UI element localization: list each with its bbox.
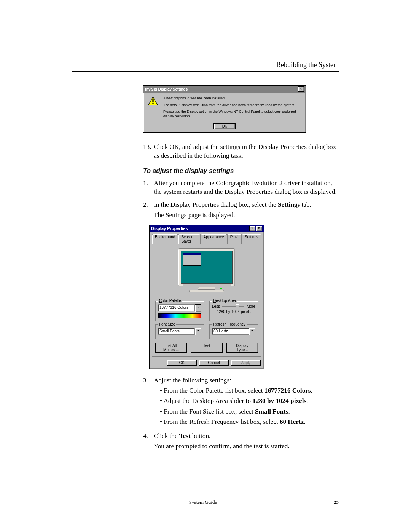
dialog-message: A new graphics driver has been installed… [163,96,301,121]
step-13-text: Click OK, and adjust the settings in the… [154,142,341,160]
close-icon[interactable]: ✕ [256,226,262,231]
dialog-line-2: The default display resolution from the … [163,103,301,108]
dialog-titlebar: Invalid Display Settings ✕ [143,86,306,93]
display-properties-dialog: Display Properties ? ✕ Background Screen… [149,225,264,369]
section-subhead: To adjust the display settings [143,167,341,176]
dialog-line-1: A new graphics driver has been installed… [163,96,301,101]
step-2-line-1: In the Display Properties dialog box, se… [154,200,341,209]
bullet-color-palette: From the Color Palette list box, select … [160,386,341,395]
tab-appearance[interactable]: Appearance [201,234,227,244]
step-4-line-2: You are prompted to confirm, and the tes… [154,442,341,451]
step-4-line-1: Click the Test button. [154,431,341,440]
svg-rect-1 [152,99,153,102]
cancel-button[interactable]: Cancel [199,360,229,366]
close-icon[interactable]: ✕ [298,86,304,92]
test-button[interactable]: Test [191,343,222,353]
step-2-line-2: The Settings page is displayed. [154,211,341,219]
bullet-refresh-frequency: From the Refresh Frequency list box, sel… [160,417,341,426]
ok-button[interactable]: OK [167,360,197,366]
refresh-frequency-group: Refresh Frequency 60 Hertz ▼ [209,324,258,339]
color-palette-label: Color Palette [158,299,182,303]
help-icon[interactable]: ? [249,226,255,231]
list-all-modes-button[interactable]: List All Modes ... [155,343,187,353]
chevron-down-icon[interactable]: ▼ [195,304,201,312]
monitor-preview [175,248,238,294]
desktop-area-label: Desktop Area [212,299,237,303]
color-palette-group: Color Palette 16777216 Colors ▼ [155,301,204,321]
tab-strip: Background Screen Saver Appearance Plus!… [152,233,261,244]
refresh-frequency-label: Refresh Frequency [212,322,247,326]
apply-button[interactable]: Apply [231,360,261,366]
slider-thumb[interactable] [236,304,239,310]
warning-icon [148,96,158,105]
header-rule [72,71,339,72]
font-size-select[interactable]: Small Fonts [158,328,195,335]
svg-rect-2 [152,103,153,104]
desktop-area-group: Desktop Area Less More 1280 by 1024 pixe… [209,301,258,321]
ok-button[interactable]: OK [214,123,235,129]
dialog-line-3: Please use the Display option in the Win… [163,110,301,118]
color-palette-select[interactable]: 16777216 Colors [158,304,195,311]
resolution-readout: 1280 by 1024 pixels [212,310,255,314]
step-number-13: 13. [143,142,154,160]
tab-plus[interactable]: Plus! [227,234,242,244]
refresh-frequency-select[interactable]: 60 Hertz [212,328,249,335]
settings-panel: Color Palette 16777216 Colors ▼ Desktop … [152,244,261,357]
chapter-header: Rebuilding the System [72,61,339,69]
slider-less-label: Less [212,304,220,308]
dialog-title: Display Properties [151,226,188,231]
tab-screen-saver[interactable]: Screen Saver [178,234,200,244]
invalid-display-settings-dialog: Invalid Display Settings ✕ A new graphic… [143,85,306,133]
footer-title: System Guide [72,499,334,505]
power-led-icon [220,288,222,289]
step-number-1: 1. [143,179,154,196]
step-number-3: 3. [143,376,154,428]
slider-more-label: More [247,304,255,308]
bullet-font-size: From the Font Size list box, select Smal… [160,407,341,416]
step-number-2: 2. [143,200,154,221]
bullet-desktop-area: Adjust the Desktop Area slider to 1280 b… [160,396,341,405]
page-number: 25 [334,499,339,505]
chevron-down-icon[interactable]: ▼ [195,328,201,335]
font-size-label: Font Size [158,322,176,326]
tab-settings[interactable]: Settings [242,234,261,244]
chevron-down-icon[interactable]: ▼ [249,328,255,335]
dialog-titlebar: Display Properties ? ✕ [150,225,264,232]
tab-background[interactable]: Background [152,234,178,244]
color-spectrum-preview [158,313,201,318]
dialog-title: Invalid Display Settings [145,87,188,91]
font-size-group: Font Size Small Fonts ▼ [155,324,204,339]
display-type-button[interactable]: Display Type... [226,343,258,353]
step-1-text: After you complete the Colorgraphic Evol… [154,179,341,196]
step-3-text: Adjust the following settings: [154,376,341,385]
step-number-4: 4. [143,431,154,452]
desktop-area-slider[interactable] [222,306,244,307]
